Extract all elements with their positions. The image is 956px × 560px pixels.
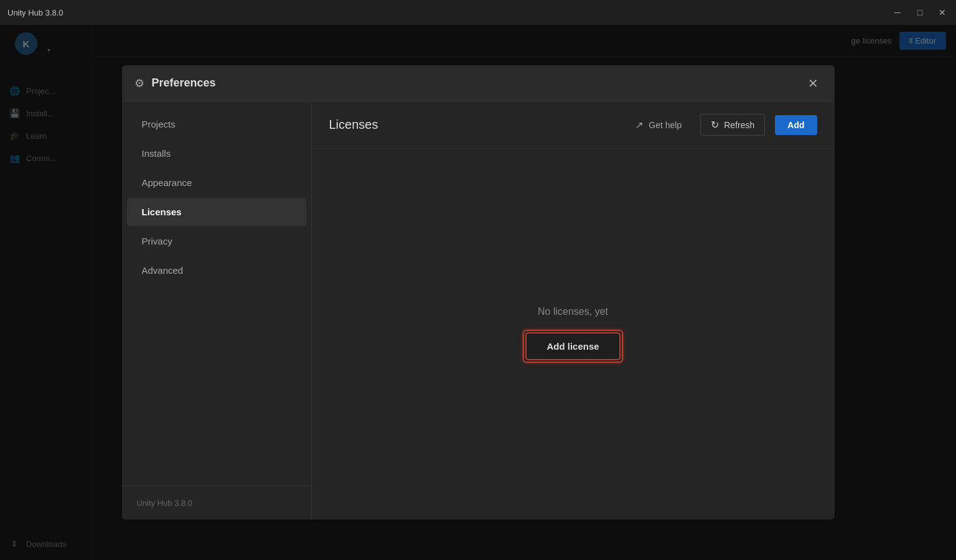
window-controls: ─ □ ✕ xyxy=(891,6,949,19)
preferences-gear-icon: ⚙ xyxy=(134,77,144,90)
modal-nav-items: Projects Installs Appearance Licenses Pr… xyxy=(122,101,311,485)
nav-item-advanced[interactable]: Advanced xyxy=(127,256,306,284)
add-license-button[interactable]: Add license xyxy=(525,332,620,360)
refresh-icon: ↻ xyxy=(711,119,719,131)
restore-button[interactable]: □ xyxy=(914,6,926,19)
modal-nav-footer: Unity Hub 3.8.0 xyxy=(122,485,311,520)
hub-version-label: Unity Hub 3.8.0 xyxy=(137,498,193,508)
app-title: Unity Hub 3.8.0 xyxy=(7,8,63,17)
minimize-button[interactable]: ─ xyxy=(891,6,904,19)
get-help-label: Get help xyxy=(649,120,682,130)
modal-close-button[interactable]: ✕ xyxy=(805,75,822,92)
nav-item-projects[interactable]: Projects xyxy=(127,110,306,138)
title-bar: Unity Hub 3.8.0 ─ □ ✕ xyxy=(0,0,956,25)
add-license-button-wrapper: Add license xyxy=(523,330,622,363)
close-window-button[interactable]: ✕ xyxy=(936,6,949,19)
licenses-header: Licenses ↗ Get help ↻ Refresh Add xyxy=(312,101,835,149)
nav-item-appearance[interactable]: Appearance xyxy=(127,169,306,197)
preferences-modal: ⚙ Preferences ✕ Projects Installs Appear… xyxy=(122,65,835,520)
nav-item-licenses[interactable]: Licenses xyxy=(127,198,306,226)
licenses-body: No licenses, yet Add license xyxy=(312,149,835,520)
nav-item-privacy[interactable]: Privacy xyxy=(127,227,306,255)
licenses-section-title: Licenses xyxy=(329,118,617,132)
add-button[interactable]: Add xyxy=(775,115,817,135)
preferences-title: Preferences xyxy=(152,77,797,90)
refresh-button[interactable]: ↻ Refresh xyxy=(700,114,765,136)
refresh-label: Refresh xyxy=(724,120,754,130)
external-link-icon: ↗ xyxy=(635,119,644,131)
licenses-content: Licenses ↗ Get help ↻ Refresh Add xyxy=(312,101,835,520)
modal-header: ⚙ Preferences ✕ xyxy=(122,65,835,101)
modal-overlay: ⚙ Preferences ✕ Projects Installs Appear… xyxy=(0,25,956,560)
modal-body: Projects Installs Appearance Licenses Pr… xyxy=(122,101,835,520)
app-container: K ▾ 🌐 Projec... 💾 Install... 🎓 Learn 👥 C… xyxy=(0,25,956,560)
no-licenses-text: No licenses, yet xyxy=(538,306,608,317)
get-help-button[interactable]: ↗ Get help xyxy=(627,115,690,135)
nav-item-installs[interactable]: Installs xyxy=(127,139,306,167)
modal-nav: Projects Installs Appearance Licenses Pr… xyxy=(122,101,312,520)
title-bar-left: Unity Hub 3.8.0 xyxy=(7,8,63,17)
